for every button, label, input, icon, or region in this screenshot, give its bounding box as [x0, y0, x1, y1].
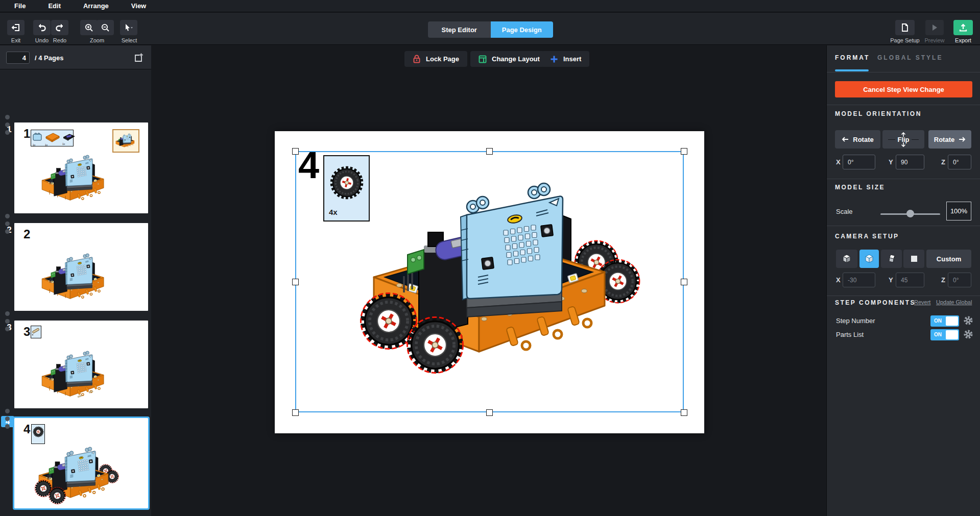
selection-handle-sw[interactable]	[292, 409, 299, 416]
export-label: Export	[951, 37, 975, 43]
orientation-z-input[interactable]	[948, 155, 971, 169]
redo-button[interactable]	[51, 20, 68, 35]
part-axle-icon	[31, 326, 40, 336]
page-1-thumbnail[interactable]: 1 1x 1x 1x	[14, 122, 148, 213]
update-global-link[interactable]: Update Global	[936, 299, 972, 305]
parts-list-toggle[interactable]: ON	[930, 329, 959, 340]
selection-handle-s[interactable]	[486, 409, 493, 416]
inset-robot-image	[114, 132, 137, 150]
page-1-parts-strip: 1x 1x 1x	[31, 130, 74, 146]
page-3-thumbnail[interactable]: 3	[14, 321, 148, 408]
camera-y-input[interactable]	[896, 273, 924, 287]
redo-label: Redo	[47, 37, 73, 43]
preview-button[interactable]	[925, 20, 944, 35]
camera-custom-button[interactable]: Custom	[926, 250, 971, 268]
selection-handle-se[interactable]	[681, 409, 687, 416]
page-2-thumbnail[interactable]: 2	[14, 223, 148, 311]
orientation-x-input[interactable]	[843, 155, 875, 169]
cancel-step-view-change-button[interactable]: Cancel Step View Change	[835, 81, 972, 97]
export-button[interactable]	[953, 20, 973, 35]
page-4-drag-handle[interactable]	[5, 409, 10, 429]
cube-iso-left-icon	[842, 254, 852, 264]
page-1-inset-preview	[112, 129, 139, 153]
sidebar-header: / 4 Pages	[0, 45, 151, 69]
camera-x-input[interactable]	[843, 273, 875, 287]
lock-page-button[interactable]: Lock Page	[404, 51, 467, 67]
scale-slider-knob[interactable]	[906, 210, 914, 217]
selection-handle-w[interactable]	[292, 279, 299, 285]
exit-button[interactable]	[7, 20, 25, 35]
step-number-toggle[interactable]: ON	[930, 315, 959, 327]
camera-preset-iso-right-button[interactable]	[881, 250, 902, 268]
zoom-out-button[interactable]	[97, 20, 114, 35]
flip-button[interactable]: Flip	[882, 130, 924, 149]
export-icon	[959, 23, 968, 32]
camera-preset-flat-button[interactable]	[903, 250, 924, 268]
scale-label: Scale	[836, 208, 853, 215]
step-number-label: Step Number	[836, 317, 875, 325]
cube-front-icon	[864, 254, 874, 264]
design-page[interactable]: 4 4x	[275, 131, 704, 433]
preview-label: Preview	[922, 37, 947, 43]
page-3-drag-handle[interactable]	[5, 311, 10, 331]
page-2-drag-handle[interactable]	[5, 214, 10, 234]
camera-preset-front-button[interactable]	[859, 250, 879, 268]
canvas-area[interactable]: Lock Page Change Layout Insert 4 4x	[151, 45, 826, 516]
camera-setup-title: CAMERA SETUP	[835, 233, 899, 240]
menu-file[interactable]: File	[14, 2, 26, 10]
part-battery-icon	[62, 133, 76, 141]
revert-link[interactable]: Revert	[914, 299, 930, 305]
redo-icon	[55, 23, 64, 32]
page-1-drag-handle[interactable]	[5, 115, 10, 135]
play-icon	[930, 23, 939, 32]
page-3-model-image	[37, 347, 114, 406]
tab-step-editor[interactable]: Step Editor	[428, 21, 491, 38]
selection-handle-e[interactable]	[681, 279, 687, 285]
rotate-left-button[interactable]: Rotate	[835, 130, 880, 149]
zoom-label: Zoom	[80, 37, 114, 43]
camera-z-input[interactable]	[948, 273, 971, 287]
selection-rectangle[interactable]	[295, 151, 684, 412]
page-2-model-image	[37, 250, 114, 308]
cursor-icon	[124, 23, 134, 32]
insert-button[interactable]: Insert	[542, 51, 589, 67]
zoom-in-button[interactable]	[80, 20, 98, 35]
scale-value[interactable]: 100%	[946, 202, 971, 220]
cube-iso-right-icon	[887, 254, 897, 264]
parts-list-settings-icon[interactable]	[963, 329, 973, 339]
change-layout-button[interactable]: Change Layout	[470, 51, 548, 67]
select-label: Select	[116, 37, 142, 43]
orientation-axis-row: X Y Z	[827, 155, 980, 170]
camera-preset-iso-left-button[interactable]	[836, 250, 857, 268]
tab-page-design[interactable]: Page Design	[491, 21, 554, 38]
page-4-parts-box	[31, 424, 45, 444]
select-tool-button[interactable]	[120, 20, 137, 35]
selection-handle-ne[interactable]	[681, 148, 687, 155]
arrow-right-icon	[959, 136, 966, 142]
orientation-y-input[interactable]	[896, 155, 924, 169]
tab-format[interactable]: FORMAT	[835, 54, 870, 61]
step-number-settings-icon[interactable]	[963, 315, 973, 326]
camera-axis-row: X Y Z	[827, 273, 980, 288]
selection-handle-n[interactable]	[486, 148, 493, 155]
app-window: File Edit Arrange View Exit Undo Redo Zo…	[0, 0, 980, 516]
rotate-right-button[interactable]: Rotate	[928, 130, 971, 149]
page-4-thumbnail[interactable]: 4	[14, 418, 148, 508]
selection-handle-nw[interactable]	[292, 148, 299, 155]
menu-arrange[interactable]: Arrange	[83, 2, 109, 10]
insert-label: Insert	[563, 55, 581, 63]
workspace: / 4 Pages 1 1 1x 1x	[0, 45, 980, 516]
menu-edit[interactable]: Edit	[48, 2, 61, 10]
page-setup-button[interactable]	[895, 20, 915, 35]
page-1-model-image	[37, 151, 114, 210]
add-page-button[interactable]	[132, 51, 146, 64]
undo-button[interactable]	[33, 20, 51, 35]
lock-page-label: Lock Page	[426, 55, 459, 63]
page-number-input[interactable]	[6, 52, 30, 64]
menu-view[interactable]: View	[131, 2, 146, 10]
parts-list-label: Parts List	[836, 331, 864, 338]
exit-icon	[11, 23, 20, 32]
document-icon	[900, 23, 910, 32]
plus-icon	[550, 55, 558, 63]
tab-global-style[interactable]: GLOBAL STYLE	[877, 54, 943, 61]
